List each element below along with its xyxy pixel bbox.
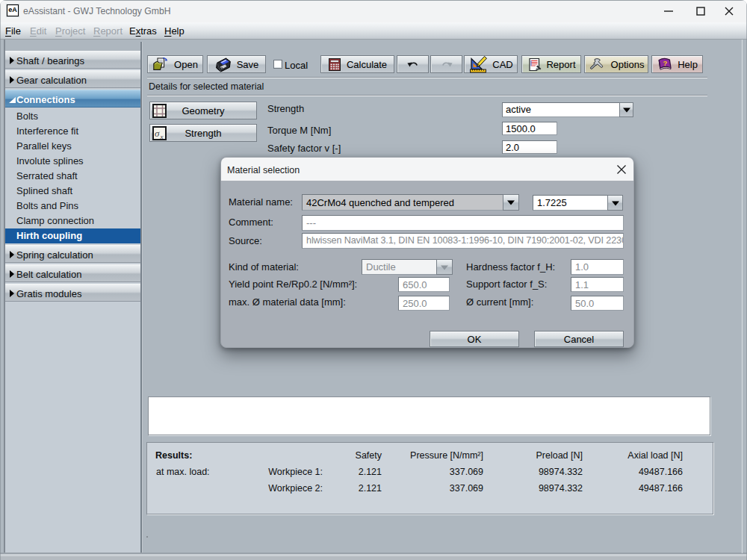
svg-text:?: ? [663,59,668,67]
svg-text:σ: σ [155,128,160,139]
svg-text:x: x [160,133,164,140]
